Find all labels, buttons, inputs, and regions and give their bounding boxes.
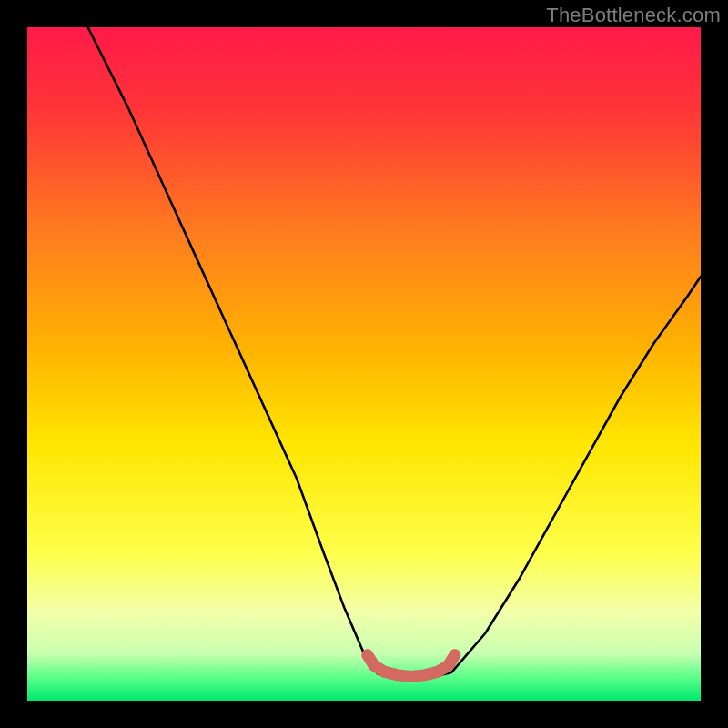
chart-svg [27, 27, 701, 701]
gradient-background [27, 27, 701, 701]
chart-frame: TheBottleneck.com [0, 0, 728, 728]
plot-area [27, 27, 701, 701]
attribution-text: TheBottleneck.com [546, 4, 721, 27]
